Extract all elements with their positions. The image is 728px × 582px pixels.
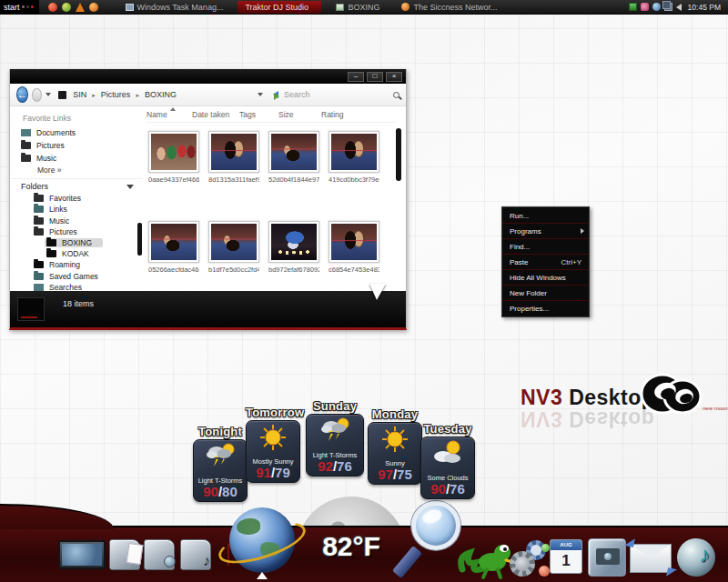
forward-button[interactable]	[32, 88, 42, 102]
tree-item-searches[interactable]: Searches	[34, 283, 143, 292]
back-button[interactable]	[16, 86, 28, 103]
file-item[interactable]: b1df7e5d0cc2fd4...	[208, 221, 259, 274]
taskbar-item-task-manager[interactable]: Windows Task Manag...	[118, 1, 231, 14]
file-item[interactable]: c6854e7453e4838...	[329, 221, 379, 274]
menu-item-programs[interactable]: Programs	[502, 224, 589, 239]
file-item[interactable]: 419cd0bbc3f79ed...	[329, 131, 379, 184]
file-list-scrollbar[interactable]	[396, 128, 401, 181]
dock-music-folder-icon[interactable]: ♪	[180, 539, 211, 570]
speaker-icon[interactable]	[676, 4, 682, 11]
tree-item-boxing-selected[interactable]: BOXING	[45, 238, 103, 248]
more-link[interactable]: More »	[37, 166, 143, 175]
tray-volume-mixer-icon[interactable]	[641, 3, 649, 11]
refresh-icon[interactable]	[272, 89, 280, 101]
menu-item-properties[interactable]: Properties...	[502, 301, 589, 316]
breadcrumb-boxing[interactable]: BOXING	[133, 90, 179, 99]
dock-documents-folder-icon[interactable]	[109, 539, 140, 570]
photo-thumbnail	[208, 221, 259, 263]
column-rating[interactable]: Rating	[321, 107, 367, 122]
column-tags[interactable]: Tags	[239, 107, 278, 122]
firefox-icon[interactable]	[89, 3, 98, 12]
weather-day-monday[interactable]: Monday Sunny 97/75	[368, 407, 422, 485]
folders-header[interactable]: Folders	[21, 182, 48, 191]
breadcrumb-pictures[interactable]: Pictures	[89, 90, 133, 99]
chevron-down-icon[interactable]	[126, 185, 134, 189]
sidebar-scrollbar[interactable]	[137, 223, 142, 256]
menu-item-new-folder[interactable]: New Folder	[502, 286, 589, 301]
breadcrumb-root[interactable]: SIN	[70, 90, 89, 99]
start-dot-icon	[26, 5, 29, 8]
column-headers: Name Date taken Tags Size Rating	[147, 107, 395, 123]
tray-network-globe-icon[interactable]	[652, 3, 661, 11]
vlc-cone-icon[interactable]	[76, 3, 85, 12]
search-icon[interactable]	[393, 92, 399, 98]
dock-search-magnifier-icon[interactable]	[411, 501, 460, 550]
limewire-icon[interactable]	[62, 3, 71, 12]
menu-item-run[interactable]: Run...	[502, 208, 589, 224]
tray-display-icon[interactable]	[664, 3, 672, 11]
tree-item-saved-games[interactable]: Saved Games	[34, 271, 143, 281]
folder-preview-icon	[17, 297, 45, 321]
weather-day-tomorrow[interactable]: Tomorrow Mostly Sunny 91/79	[246, 406, 300, 483]
start-button[interactable]: start	[0, 0, 39, 15]
dock-gecko-mascot-icon[interactable]	[457, 540, 513, 580]
taskbar-item-traktor[interactable]: Traktor DJ Studio	[238, 1, 321, 14]
photo-thumbnail	[148, 131, 199, 173]
close-button[interactable]	[386, 72, 402, 82]
file-item[interactable]: 8d1315a311faef9...	[208, 131, 259, 184]
quick-launch	[48, 3, 98, 12]
taskbar-item-boxing[interactable]: BOXING	[329, 1, 387, 14]
menu-item-paste[interactable]: Ctrl+Y Paste	[502, 255, 589, 270]
photo-thumbnail	[208, 131, 259, 173]
tree-item-pictures[interactable]: Pictures	[34, 227, 143, 237]
menu-item-find[interactable]: Find...	[502, 239, 589, 255]
history-dropdown-icon[interactable]	[46, 93, 51, 96]
title-bar[interactable]	[10, 69, 406, 84]
weather-day-tonight[interactable]: Tonight Light T-Storms 90/80	[193, 425, 248, 502]
dock-computer-icon[interactable]	[58, 540, 106, 569]
file-item[interactable]: 0aae94337ef466d...	[148, 131, 199, 184]
column-name[interactable]: Name	[147, 107, 192, 122]
monitor-icon	[126, 4, 134, 11]
dock-settings-gears-icon[interactable]	[510, 540, 551, 578]
tree-item-links[interactable]: Links	[34, 205, 143, 215]
clock[interactable]: 10:45 PM	[685, 3, 723, 12]
orange-ball-icon	[539, 566, 550, 577]
folder-icon	[46, 239, 56, 246]
task-label: Windows Task Manag...	[137, 3, 224, 12]
photo-thumbnail	[148, 221, 199, 263]
tree-item-music[interactable]: Music	[34, 216, 143, 226]
weather-day-label: Tonight	[193, 425, 248, 438]
weather-day-label: Tomorrow	[246, 406, 300, 419]
taskbar-item-siccness[interactable]: The Siccness Networ...	[394, 1, 504, 14]
tray-app-icon[interactable]	[629, 3, 637, 11]
sidebar-item-music[interactable]: Music	[21, 153, 143, 163]
sidebar-item-pictures[interactable]: Pictures	[21, 140, 143, 150]
search-input[interactable]	[284, 90, 393, 99]
menu-item-hide-all-windows[interactable]: Hide All Windows	[502, 270, 589, 286]
folder-icon	[336, 4, 344, 11]
calendar-day-label: 1	[551, 550, 581, 572]
temperature-label: 82°F	[300, 531, 402, 562]
weather-day-sunday[interactable]: Sunday Light T-Storms 92/76	[306, 399, 364, 477]
tree-item-kodak[interactable]: KODAK	[46, 249, 143, 259]
tree-item-roaming[interactable]: Roaming	[34, 260, 143, 270]
maximize-button[interactable]	[367, 72, 383, 82]
sidebar-item-documents[interactable]: Documents	[21, 127, 143, 137]
file-item[interactable]: bd972efaf678092...	[268, 221, 319, 274]
dock-media-sphere-icon[interactable]: ♪	[677, 538, 715, 577]
address-dropdown-icon[interactable]	[258, 93, 263, 96]
minimize-button[interactable]	[348, 72, 364, 82]
tree-item-favorites[interactable]: Favorites	[34, 194, 143, 204]
weather-day-tuesday[interactable]: Tuesday Some Clouds 90/76	[420, 422, 475, 499]
dock-pictures-folder-icon[interactable]	[144, 539, 175, 570]
dock-mail-icon[interactable]	[630, 544, 672, 573]
column-date-taken[interactable]: Date taken	[192, 107, 239, 122]
sort-ascending-icon	[170, 107, 176, 111]
file-item[interactable]: 05266aecfdac464...	[148, 221, 199, 274]
file-item[interactable]: 52d0b4f1844e97f...	[268, 131, 319, 184]
dock-recycle-cube-icon[interactable]	[588, 538, 626, 577]
dock-calendar-icon[interactable]: AUG 1	[550, 539, 582, 574]
aim-icon[interactable]	[48, 3, 57, 12]
column-size[interactable]: Size	[278, 107, 321, 122]
